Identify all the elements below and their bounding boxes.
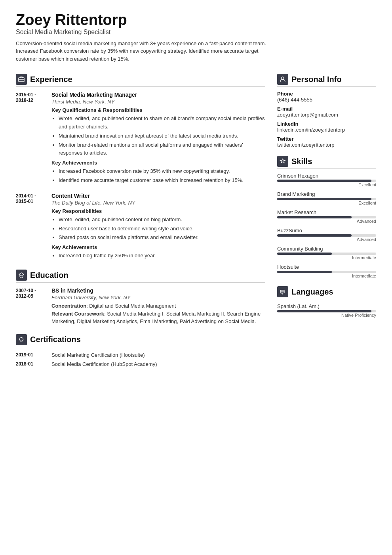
skill-item: Market ResearchAdvanced xyxy=(277,209,376,224)
certifications-header: Certifications xyxy=(16,334,265,347)
skills-list: Crimson HexagonExcellentBrand MarketingE… xyxy=(277,173,376,278)
list-item: Wrote, edited, and published content to … xyxy=(59,115,265,131)
certifications-icon xyxy=(16,334,27,345)
edu-content: BS in MarketingFordham University, New Y… xyxy=(51,287,265,325)
info-value: zoey.rittentorp@gmail.com xyxy=(277,112,376,118)
candidate-summary: Conversion-oriented social media marketi… xyxy=(16,40,269,63)
edu-entry: 2007-10 - 2012-05BS in MarketingFordham … xyxy=(16,287,265,325)
list-item: Increased Facebook conversion rate by 35… xyxy=(59,167,265,176)
list-item: Shared posts on social media platforms a… xyxy=(59,233,265,242)
info-label: Twitter xyxy=(277,136,376,142)
edu-dates: 2007-10 - 2012-05 xyxy=(16,287,48,325)
skills-icon xyxy=(277,156,288,167)
skill-level: Advanced xyxy=(277,237,376,242)
personal-info-list: Phone(646) 444-5555E-mailzoey.rittentorp… xyxy=(277,91,376,148)
job-dates: 2014-01 - 2015-01 xyxy=(16,193,48,261)
skill-bar-fill xyxy=(277,253,332,255)
list-item: Researched user base to determine writin… xyxy=(59,225,265,233)
cert-entry: 2018-01Social Media Certification (HubSp… xyxy=(16,361,265,367)
info-label: LinkedIn xyxy=(277,121,376,127)
personal-info-icon xyxy=(277,74,288,85)
subsection-heading: Key Achievements xyxy=(51,160,265,166)
certifications-section: Certifications 2019-01Social Marketing C… xyxy=(16,334,265,367)
skill-bar-fill xyxy=(277,234,352,237)
job-content: Social Media Marketing ManagerThirst Med… xyxy=(51,92,265,186)
resume-wrapper: Zoey Rittentorp Social Media Marketing S… xyxy=(0,0,392,392)
cert-name: Social Marketing Certification (Hootsuit… xyxy=(51,352,145,358)
education-title: Education xyxy=(30,271,69,280)
info-value: (646) 444-5555 xyxy=(277,97,376,103)
candidate-name: Zoey Rittentorp xyxy=(16,12,376,29)
experience-header: Experience xyxy=(16,74,265,87)
job-dates: 2015-01 - 2018-12 xyxy=(16,92,48,186)
skill-item: Crimson HexagonExcellent xyxy=(277,173,376,187)
right-column: Personal Info Phone(646) 444-5555E-mailz… xyxy=(277,74,376,375)
bullet-list: Increased blog traffic by 250% in one ye… xyxy=(51,252,265,260)
list-item: Identified more accurate target customer… xyxy=(59,176,265,185)
cert-date: 2019-01 xyxy=(16,352,48,358)
experience-section: Experience 2015-01 - 2018-12Social Media… xyxy=(16,74,265,261)
job-title: Social Media Marketing Manager xyxy=(51,92,265,98)
job-content: Content WriterThe Daily Blog of Life, Ne… xyxy=(51,193,265,261)
job-title: Content Writer xyxy=(51,193,265,199)
skill-bar-bg xyxy=(277,180,376,182)
jobs-list: 2015-01 - 2018-12Social Media Marketing … xyxy=(16,92,265,261)
skill-item: BuzzSumoAdvanced xyxy=(277,228,376,242)
bullet-list: Increased Facebook conversion rate by 35… xyxy=(51,167,265,185)
lang-item: Spanish (Lat. Am.)Native Proficiency xyxy=(277,303,376,318)
left-column: Experience 2015-01 - 2018-12Social Media… xyxy=(16,74,265,375)
languages-icon xyxy=(277,286,288,297)
lang-bar-fill xyxy=(277,310,371,312)
candidate-title: Social Media Marketing Specialist xyxy=(16,29,376,36)
info-label: E-mail xyxy=(277,106,376,112)
lang-level: Native Proficiency xyxy=(277,313,376,318)
certifications-list: 2019-01Social Marketing Certification (H… xyxy=(16,352,265,367)
skill-bar-bg xyxy=(277,253,376,255)
subsection-heading: Key Qualifications & Responsibilities xyxy=(51,107,265,113)
skill-bar-bg xyxy=(277,216,376,218)
languages-header: Languages xyxy=(277,286,376,299)
experience-title: Experience xyxy=(30,75,72,84)
edu-school: Fordham University, New York, NY xyxy=(51,295,265,300)
skill-level: Intermediate xyxy=(277,274,376,278)
languages-list: Spanish (Lat. Am.)Native Proficiency xyxy=(277,303,376,318)
skill-bar-fill xyxy=(277,198,371,200)
skills-header: Skills xyxy=(277,156,376,169)
list-item: Wrote, edited, and published content on … xyxy=(59,216,265,224)
list-item: Monitor brand-related mentions on all so… xyxy=(59,141,265,158)
personal-info-item: Phone(646) 444-5555 xyxy=(277,91,376,103)
subsection-heading: Key Responsibilities xyxy=(51,208,265,214)
svg-point-3 xyxy=(282,77,284,79)
job-entry: 2014-01 - 2015-01Content WriterThe Daily… xyxy=(16,193,265,261)
main-columns: Experience 2015-01 - 2018-12Social Media… xyxy=(16,74,376,375)
skill-item: Community BuildingIntermediate xyxy=(277,246,376,260)
edu-concentration: Concentration: Digital and Social Media … xyxy=(51,302,265,310)
cert-date: 2018-01 xyxy=(16,361,48,367)
job-entry: 2015-01 - 2018-12Social Media Marketing … xyxy=(16,92,265,186)
skill-name: Hootsuite xyxy=(277,264,376,270)
bullet-list: Wrote, edited, and published content to … xyxy=(51,115,265,157)
skill-name: Brand Marketing xyxy=(277,191,376,197)
personal-info-item: LinkedInlinkedin.com/in/zoey.rittentorp xyxy=(277,121,376,133)
cert-name: Social Media Certification (HubSpot Acad… xyxy=(51,361,157,367)
skill-bar-bg xyxy=(277,271,376,273)
list-item: Increased blog traffic by 250% in one ye… xyxy=(59,252,265,260)
info-value: linkedin.com/in/zoey.rittentorp xyxy=(277,127,376,133)
edu-degree: BS in Marketing xyxy=(51,287,265,294)
lang-name: Spanish (Lat. Am.) xyxy=(277,303,376,309)
education-section: Education 2007-10 - 2012-05BS in Marketi… xyxy=(16,270,265,325)
personal-info-item: Twittertwitter.com/zoeyrittentorp xyxy=(277,136,376,148)
languages-title: Languages xyxy=(291,287,333,297)
header-section: Zoey Rittentorp Social Media Marketing S… xyxy=(16,12,376,63)
skill-bar-fill xyxy=(277,271,332,273)
info-value: twitter.com/zoeyrittentorp xyxy=(277,142,376,148)
skill-level: Excellent xyxy=(277,201,376,205)
skill-level: Excellent xyxy=(277,182,376,187)
job-company: Thirst Media, New York, NY xyxy=(51,99,265,105)
skill-name: Crimson Hexagon xyxy=(277,173,376,179)
experience-icon xyxy=(16,74,27,85)
skill-item: Brand MarketingExcellent xyxy=(277,191,376,205)
skill-name: BuzzSumo xyxy=(277,228,376,233)
education-list: 2007-10 - 2012-05BS in MarketingFordham … xyxy=(16,287,265,325)
skills-section: Skills Crimson HexagonExcellentBrand Mar… xyxy=(277,156,376,278)
